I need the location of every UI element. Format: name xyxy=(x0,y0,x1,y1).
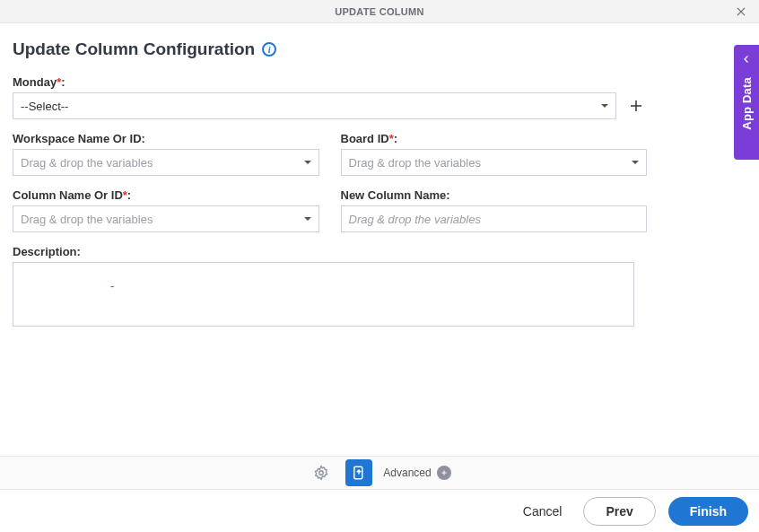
column-input-wrap xyxy=(13,205,319,232)
column-label: Column Name Or ID*: xyxy=(13,188,319,202)
toolbar: Advanced xyxy=(0,456,759,490)
board-label: Board ID*: xyxy=(341,132,648,145)
section-title-row: Update Column Configuration i xyxy=(13,39,746,59)
dialog-footer: Cancel Prev Finish xyxy=(0,491,759,532)
finish-button[interactable]: Finish xyxy=(668,497,748,526)
monday-select[interactable]: --Select-- xyxy=(13,92,616,119)
add-button[interactable] xyxy=(625,95,647,117)
page-title: Update Column Configuration xyxy=(13,39,255,59)
board-group: Board ID*: xyxy=(341,132,648,176)
column-input[interactable] xyxy=(13,205,319,232)
app-data-tab[interactable]: App Data xyxy=(734,45,759,160)
board-input[interactable] xyxy=(341,149,648,176)
description-group: Description: - xyxy=(13,245,746,327)
board-input-wrap xyxy=(341,149,648,176)
monday-select-wrap: --Select-- xyxy=(13,92,616,119)
row-column-newcolumn: Column Name Or ID*: New Column Name: xyxy=(13,188,647,232)
newcolumn-label: New Column Name: xyxy=(341,188,648,202)
workspace-input[interactable] xyxy=(13,149,319,176)
chevron-left-icon xyxy=(741,52,752,68)
column-group: Column Name Or ID*: xyxy=(13,188,319,232)
workspace-input-wrap xyxy=(13,149,319,176)
info-icon[interactable]: i xyxy=(262,42,276,57)
monday-row: Monday*: --Select-- xyxy=(13,75,647,119)
export-icon[interactable] xyxy=(345,459,372,486)
workspace-group: Workspace Name Or ID: xyxy=(13,132,319,176)
prev-button[interactable]: Prev xyxy=(583,497,655,526)
dialog-title: UPDATE COLUMN xyxy=(335,6,424,17)
newcolumn-input[interactable] xyxy=(341,205,648,232)
description-placeholder: - xyxy=(21,268,626,292)
monday-group: Monday*: --Select-- xyxy=(13,75,616,119)
gear-icon[interactable] xyxy=(308,459,335,486)
description-input[interactable]: - xyxy=(13,262,634,327)
row-workspace-board: Workspace Name Or ID: Board ID*: xyxy=(13,132,647,176)
dialog-content: Update Column Configuration i Monday*: -… xyxy=(0,23,759,327)
svg-point-0 xyxy=(319,471,324,475)
plus-circle-icon xyxy=(437,466,451,480)
dialog-header: UPDATE COLUMN xyxy=(0,0,759,23)
advanced-toggle[interactable]: Advanced xyxy=(383,466,450,480)
app-data-label: App Data xyxy=(740,77,754,130)
workspace-label: Workspace Name Or ID: xyxy=(13,132,319,145)
description-label: Description: xyxy=(13,245,746,258)
advanced-label: Advanced xyxy=(383,467,431,479)
monday-label: Monday*: xyxy=(13,75,616,89)
cancel-button[interactable]: Cancel xyxy=(514,499,571,524)
close-icon[interactable] xyxy=(732,3,750,21)
newcolumn-group: New Column Name: xyxy=(341,188,648,232)
